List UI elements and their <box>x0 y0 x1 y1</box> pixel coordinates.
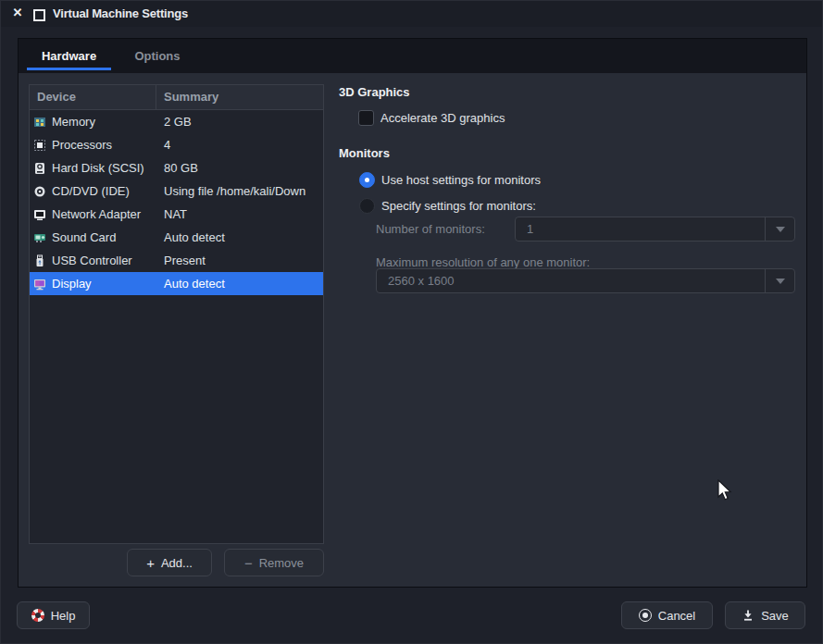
device-name: Processors <box>52 138 112 152</box>
settings-notebook: Hardware Options Device Summary Memory 2… <box>18 38 807 588</box>
dropdown-value: 2560 x 1600 <box>377 274 765 288</box>
help-icon <box>31 609 44 622</box>
table-row-usb-controller[interactable]: USB Controller Present <box>30 249 323 272</box>
window-icon[interactable] <box>33 9 45 21</box>
table-row-sound-card[interactable]: Sound Card Auto detect <box>30 226 323 249</box>
help-button[interactable]: Help <box>17 601 90 629</box>
device-summary: 4 <box>156 138 323 152</box>
window-title: Virtual Machine Settings <box>53 1 188 27</box>
number-of-monitors-label: Number of monitors: <box>376 222 485 236</box>
table-row-memory[interactable]: Memory 2 GB <box>30 110 323 133</box>
device-name: CD/DVD (IDE) <box>52 184 130 198</box>
device-table: Device Summary Memory 2 GB Processors 4 … <box>29 84 324 544</box>
column-header-device[interactable]: Device <box>30 85 156 109</box>
section-heading-3d-graphics: 3D Graphics <box>339 85 410 99</box>
number-of-monitors-dropdown[interactable]: 1 <box>515 217 795 242</box>
device-name: USB Controller <box>52 254 132 267</box>
specify-settings-label: Specify settings for monitors: <box>381 199 536 213</box>
table-row-hard-disk[interactable]: Hard Disk (SCSI) 80 GB <box>30 156 323 180</box>
display-icon <box>33 278 47 291</box>
cancel-button[interactable]: Cancel <box>621 601 713 629</box>
sound-card-icon <box>33 231 47 244</box>
memory-icon <box>33 116 47 129</box>
device-name: Hard Disk (SCSI) <box>52 161 144 175</box>
device-name: Memory <box>52 115 95 129</box>
hardware-pane: Device Summary Memory 2 GB Processors 4 … <box>19 73 806 587</box>
remove-device-button[interactable]: − Remove <box>224 549 324 576</box>
minus-icon: − <box>244 556 253 570</box>
table-row-cd-dvd[interactable]: CD/DVD (IDE) Using file /home/kali/Down <box>30 180 323 203</box>
tab-strip: Hardware Options <box>19 39 806 73</box>
hard-disk-icon <box>33 162 47 175</box>
table-row-display[interactable]: Display Auto detect <box>30 272 323 295</box>
specify-settings-radio[interactable] <box>359 198 375 214</box>
plus-icon: + <box>146 556 155 570</box>
network-adapter-icon <box>33 208 47 221</box>
max-resolution-label: Maximum resolution of any one monitor: <box>376 255 590 269</box>
accelerate-3d-label: Accelerate 3D graphics <box>380 111 505 125</box>
section-heading-monitors: Monitors <box>339 146 390 160</box>
tab-hardware[interactable]: Hardware <box>27 39 111 70</box>
table-row-network-adapter[interactable]: Network Adapter NAT <box>30 203 323 226</box>
column-header-summary[interactable]: Summary <box>156 85 323 109</box>
dropdown-value: 1 <box>516 222 765 236</box>
add-device-button[interactable]: + Add... <box>127 549 212 576</box>
table-row-processors[interactable]: Processors 4 <box>30 133 323 156</box>
device-summary: NAT <box>156 207 323 221</box>
device-summary: Using file /home/kali/Down <box>156 184 323 198</box>
vm-settings-window: ✕ Virtual Machine Settings Hardware Opti… <box>0 0 823 644</box>
chevron-down-icon <box>765 269 794 292</box>
titlebar: ✕ Virtual Machine Settings <box>1 1 822 27</box>
chevron-down-icon <box>765 217 794 241</box>
max-resolution-dropdown[interactable]: 2560 x 1600 <box>376 268 795 293</box>
device-summary: Present <box>156 254 323 267</box>
table-header: Device Summary <box>30 85 323 110</box>
device-summary: Auto detect <box>156 277 323 291</box>
device-name: Sound Card <box>52 230 116 244</box>
device-summary: Auto detect <box>156 230 323 244</box>
cd-dvd-icon <box>33 185 47 198</box>
use-host-settings-label: Use host settings for monitors <box>381 173 541 187</box>
tab-options[interactable]: Options <box>115 39 199 70</box>
save-button[interactable]: Save <box>725 601 805 629</box>
device-summary: 80 GB <box>156 161 323 175</box>
device-name: Display <box>52 277 92 291</box>
save-icon <box>742 609 754 622</box>
processors-icon <box>33 139 47 152</box>
close-icon[interactable]: ✕ <box>10 6 25 20</box>
device-name: Network Adapter <box>52 207 141 221</box>
use-host-settings-radio[interactable] <box>359 172 375 188</box>
mouse-cursor <box>717 479 737 507</box>
accelerate-3d-checkbox[interactable] <box>358 110 374 126</box>
usb-controller-icon <box>33 254 47 267</box>
cancel-icon <box>639 609 652 622</box>
device-summary: 2 GB <box>156 115 323 129</box>
